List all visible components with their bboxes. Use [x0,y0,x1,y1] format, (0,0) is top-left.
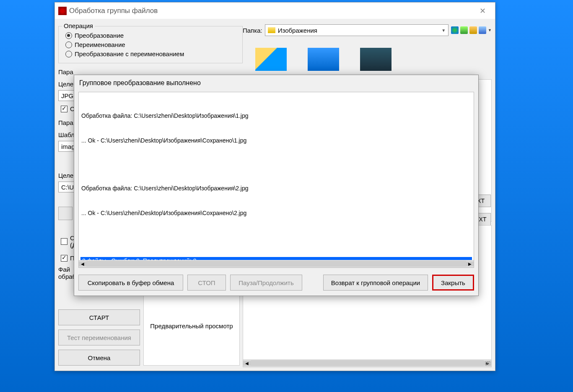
radio-convert-rename[interactable]: Преобразование с переименованием [63,50,238,57]
copy-clipboard-button[interactable]: Скопировать в буфер обмена [78,275,183,291]
titlebar: Обработка группы файлов ✕ [55,3,495,19]
folder-selected-text: Изображения [278,27,442,34]
scroll-right-icon[interactable]: ▶ [466,262,474,266]
thumbnail-row [243,39,492,79]
close-button[interactable]: Закрыть [432,275,474,291]
log-line: Обработка файла: C:\Users\zheni\Desktop\… [81,112,471,120]
folder-row: Папка: Изображения ▼ ▼ [243,23,492,39]
chevron-down-icon[interactable]: ▼ [488,28,492,32]
radio-icon [65,32,72,39]
pattern-input[interactable]: imag [58,141,75,152]
log-line: ... Ok - C:\Users\zheni\Desktop\Изображе… [81,137,471,145]
close-icon[interactable]: ✕ [474,5,492,17]
return-button[interactable]: Возврат к групповой операции [323,275,428,291]
scroll-left-icon[interactable]: ◀ [243,361,251,366]
app-icon [58,7,67,15]
view-icon[interactable] [479,26,486,34]
pause-button[interactable]: Пауза/Продолжить [230,275,302,291]
radio-rename[interactable]: Переименование [63,41,238,48]
horizontal-scrollbar[interactable]: ◀ ▶ [243,359,491,367]
log-text: Обработка файла: C:\Users\zheni\Desktop\… [79,92,474,268]
operation-group-title: Операция [62,22,95,29]
folder-label: Папка: [243,27,262,34]
browse-button[interactable] [58,207,73,220]
radio-label: Переименование [75,41,125,48]
dialog-buttons: Скопировать в буфер обмена СТОП Пауза/Пр… [74,270,478,296]
back-icon[interactable] [451,26,459,34]
log-line: ... Ok - C:\Users\zheni\Desktop\Изображе… [81,209,471,217]
radio-convert[interactable]: Преобразование [63,32,238,39]
conversion-complete-dialog: Групповое преобразование выполнено Обраб… [74,75,479,296]
checkbox-icon [61,238,67,245]
checkbox-icon [61,106,67,112]
action-buttons: СТАРТ Тест переименования Отмена [58,309,140,366]
preview-label: Предварительный просмотр [150,322,233,330]
scroll-left-icon[interactable]: ◀ [79,262,86,266]
resize-grip-icon[interactable] [485,361,490,366]
scroll-track[interactable] [86,261,466,267]
log-panel: Обработка файла: C:\Users\zheni\Desktop\… [78,92,474,268]
folder-icon [268,27,275,33]
image-thumb-2[interactable] [360,48,392,71]
image-thumb-1[interactable] [308,48,339,71]
operation-group: Операция Преобразование Переименование П… [58,26,243,63]
stop-button[interactable]: СТОП [187,275,226,291]
folder-thumb[interactable] [255,48,287,71]
log-line: Обработка файла: C:\Users\zheni\Desktop\… [81,184,471,192]
horizontal-scrollbar[interactable]: ◀ ▶ [79,260,474,267]
scroll-track[interactable] [251,360,484,366]
folder-select[interactable]: Изображения ▼ [265,24,449,36]
radio-icon [65,51,72,57]
preview-panel: Предварительный просмотр [143,286,240,366]
folder-toolbar: ▼ [451,26,492,34]
dest-input[interactable]: C:\U [58,182,75,192]
up-icon[interactable] [460,26,468,34]
chevron-down-icon: ▼ [441,28,446,33]
format-select[interactable]: JPG [58,90,75,101]
new-folder-icon[interactable] [469,26,477,34]
radio-label: Преобразование [75,32,124,39]
start-button[interactable]: СТАРТ [58,309,140,325]
radio-label: Преобразование с переименованием [75,50,184,57]
window-title: Обработка группы файлов [69,7,158,15]
test-rename-button[interactable]: Тест переименования [58,330,140,345]
cancel-button[interactable]: Отмена [58,350,140,366]
radio-icon [65,42,72,48]
dialog-title: Групповое преобразование выполнено [74,75,478,91]
checkbox-icon [61,255,67,262]
